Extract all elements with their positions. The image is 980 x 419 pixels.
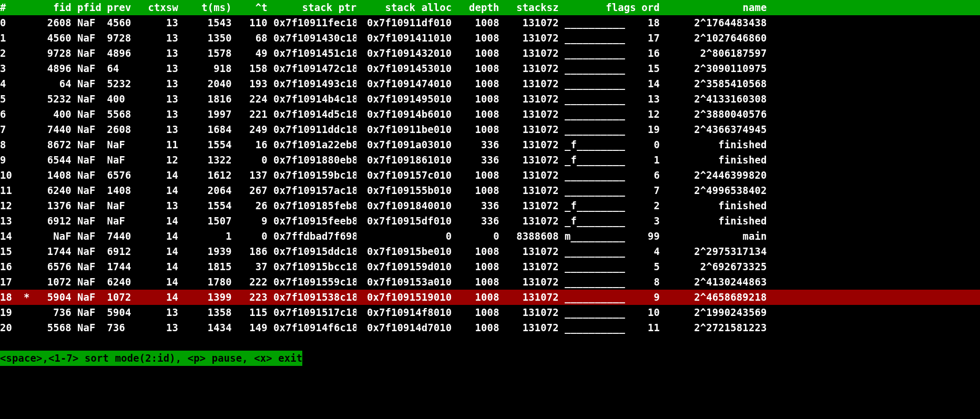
table-row[interactable]: 34896 NaF 6413918158 0x7f1091472c18 0x7f… bbox=[0, 61, 980, 76]
cell-stack-alloc: 0 bbox=[363, 229, 452, 244]
cell-fid: 1072 bbox=[30, 274, 72, 290]
table-row[interactable]: 121376 NaF NaF13155426 0x7f109185feb8 0x… bbox=[0, 198, 980, 213]
table-row[interactable]: 02608 NaF 4560131543110 0x7f10911fec18 0… bbox=[0, 15, 980, 30]
cell-idx: 18 bbox=[0, 290, 12, 305]
cell-depth: 1008 bbox=[452, 290, 499, 305]
cell-tdelta: 221 bbox=[232, 107, 268, 122]
col-idx[interactable]: # bbox=[0, 0, 12, 15]
cell-name: finished bbox=[660, 152, 767, 168]
cell-flags: __________ bbox=[565, 168, 636, 183]
table-row[interactable]: 96544 NaF NaF1213220 0x7f1091880eb8 0x7f… bbox=[0, 152, 980, 168]
col-stack-ptr[interactable]: stack ptr bbox=[273, 0, 356, 15]
cell-depth: 0 bbox=[452, 229, 499, 244]
cell-idx: 6 bbox=[0, 107, 12, 122]
col-fid[interactable]: fid bbox=[30, 0, 72, 15]
col-ctxsw[interactable]: ctxsw bbox=[142, 0, 178, 15]
col-tms[interactable]: t(ms) bbox=[178, 0, 232, 15]
cell-tdelta: 158 bbox=[232, 61, 268, 76]
cell-fid: 400 bbox=[30, 107, 72, 122]
cell-fid: 4896 bbox=[30, 61, 72, 76]
cell-ord: 12 bbox=[636, 107, 660, 122]
spacer bbox=[0, 335, 980, 351]
cell-fid: 6240 bbox=[30, 183, 72, 198]
cell-ctxsw: 13 bbox=[142, 91, 178, 107]
table-row[interactable]: 205568 NaF 736131434149 0x7f10914f6c18 0… bbox=[0, 320, 980, 335]
col-stacksz[interactable]: stacksz bbox=[499, 0, 559, 15]
cell-tdelta: 186 bbox=[232, 244, 268, 259]
table-row[interactable]: 171072 NaF 6240141780222 0x7f1091559c18 … bbox=[0, 274, 980, 290]
cell-fid: 1408 bbox=[30, 168, 72, 183]
table-row[interactable]: 136912 NaF NaF1415079 0x7f10915feeb8 0x7… bbox=[0, 213, 980, 229]
col-ord[interactable]: ord bbox=[636, 0, 660, 15]
cell-fid: 6544 bbox=[30, 152, 72, 168]
cell-tms: 1350 bbox=[178, 30, 232, 46]
cell-name: 2^4996538402 bbox=[660, 183, 767, 198]
cell-stack-alloc: 0x7f10914f8010 bbox=[363, 305, 452, 320]
table-row[interactable]: 29728 NaF 489613157849 0x7f1091451c18 0x… bbox=[0, 46, 980, 61]
table-row[interactable]: 14560 NaF 972813135068 0x7f1091430c18 0x… bbox=[0, 30, 980, 46]
cell-flags: __________ bbox=[565, 122, 636, 137]
cell-flags: __________ bbox=[565, 107, 636, 122]
table-header[interactable]: #fid pfid prevctxswt(ms)^t stack ptr sta… bbox=[0, 0, 980, 15]
cell-stacksz: 131072 bbox=[499, 91, 559, 107]
table-row[interactable]: 101408 NaF 6576141612137 0x7f109159bc18 … bbox=[0, 168, 980, 183]
cell-ord: 16 bbox=[636, 46, 660, 61]
cell-stack-ptr: 0x7f10915ddc18 bbox=[273, 244, 356, 259]
cell-stack-ptr: 0x7f1091517c18 bbox=[273, 305, 356, 320]
table-row[interactable]: 88672 NaF NaF11155416 0x7f1091a22eb8 0x7… bbox=[0, 137, 980, 152]
cell-flags: _f________ bbox=[565, 198, 636, 213]
table-row[interactable]: 116240 NaF 1408142064267 0x7f109157ac18 … bbox=[0, 183, 980, 198]
cell-name: 2^2721581223 bbox=[660, 320, 767, 335]
cell-stacksz: 131072 bbox=[499, 198, 559, 213]
cell-stack-alloc: 0x7f1091861010 bbox=[363, 152, 452, 168]
cell-ord: 18 bbox=[636, 15, 660, 30]
cell-tms: 1939 bbox=[178, 244, 232, 259]
fiber-monitor-screen: #fid pfid prevctxswt(ms)^t stack ptr sta… bbox=[0, 0, 980, 366]
table-row[interactable]: 151744 NaF 6912141939186 0x7f10915ddc18 … bbox=[0, 244, 980, 259]
col-pfid[interactable]: pfid bbox=[77, 0, 101, 15]
cell-stack-ptr: 0x7f109185feb8 bbox=[273, 198, 356, 213]
cell-idx: 7 bbox=[0, 122, 12, 137]
cell-depth: 1008 bbox=[452, 61, 499, 76]
cell-fid: 1744 bbox=[30, 244, 72, 259]
cell-stack-ptr: 0x7f109159bc18 bbox=[273, 168, 356, 183]
table-row[interactable]: 18*5904 NaF 1072141399223 0x7f1091538c18… bbox=[0, 290, 980, 305]
cell-fid: 4560 bbox=[30, 30, 72, 46]
table-row[interactable]: 166576 NaF 174414181537 0x7f10915bcc18 0… bbox=[0, 259, 980, 274]
col-tdelta[interactable]: ^t bbox=[232, 0, 268, 15]
cell-prev: 7440 bbox=[107, 229, 142, 244]
table-row[interactable]: 14NaF NaF 74401410 0x7ffdbad7f698 008388… bbox=[0, 229, 980, 244]
cell-flags: _f________ bbox=[565, 213, 636, 229]
cell-mark bbox=[12, 76, 30, 91]
cell-tms: 1507 bbox=[178, 213, 232, 229]
cell-depth: 336 bbox=[452, 213, 499, 229]
table-row[interactable]: 55232 NaF 400131816224 0x7f10914b4c18 0x… bbox=[0, 91, 980, 107]
cell-tdelta: 149 bbox=[232, 320, 268, 335]
cell-fid: 5904 bbox=[30, 290, 72, 305]
cell-idx: 1 bbox=[0, 30, 12, 46]
cell-fid: 9728 bbox=[30, 46, 72, 61]
cell-tdelta: 137 bbox=[232, 168, 268, 183]
table-row[interactable]: 77440 NaF 2608131684249 0x7f10911ddc18 0… bbox=[0, 122, 980, 137]
table-row[interactable]: 464 NaF 5232132040193 0x7f1091493c18 0x7… bbox=[0, 76, 980, 91]
table-row[interactable]: 19736 NaF 5904131358115 0x7f1091517c18 0… bbox=[0, 305, 980, 320]
col-name[interactable]: name bbox=[660, 0, 767, 15]
col-depth[interactable]: depth bbox=[452, 0, 499, 15]
cell-stacksz: 131072 bbox=[499, 152, 559, 168]
cell-fid: 1376 bbox=[30, 198, 72, 213]
cell-fid: 5232 bbox=[30, 91, 72, 107]
cell-mark bbox=[12, 213, 30, 229]
table-row[interactable]: 6400 NaF 5568131997221 0x7f10914d5c18 0x… bbox=[0, 107, 980, 122]
col-flags[interactable]: flags bbox=[565, 0, 636, 15]
cell-depth: 1008 bbox=[452, 30, 499, 46]
cell-depth: 1008 bbox=[452, 46, 499, 61]
cell-stacksz: 131072 bbox=[499, 320, 559, 335]
cell-stack-ptr: 0x7f1091430c18 bbox=[273, 30, 356, 46]
cell-depth: 1008 bbox=[452, 122, 499, 137]
cell-pfid: NaF bbox=[77, 46, 101, 61]
cell-stack-alloc: 0x7f10911df010 bbox=[363, 15, 452, 30]
col-stack-alloc[interactable]: stack alloc bbox=[363, 0, 452, 15]
col-prev[interactable]: prev bbox=[107, 0, 142, 15]
cell-name: main bbox=[660, 229, 767, 244]
cell-mark bbox=[12, 61, 30, 76]
